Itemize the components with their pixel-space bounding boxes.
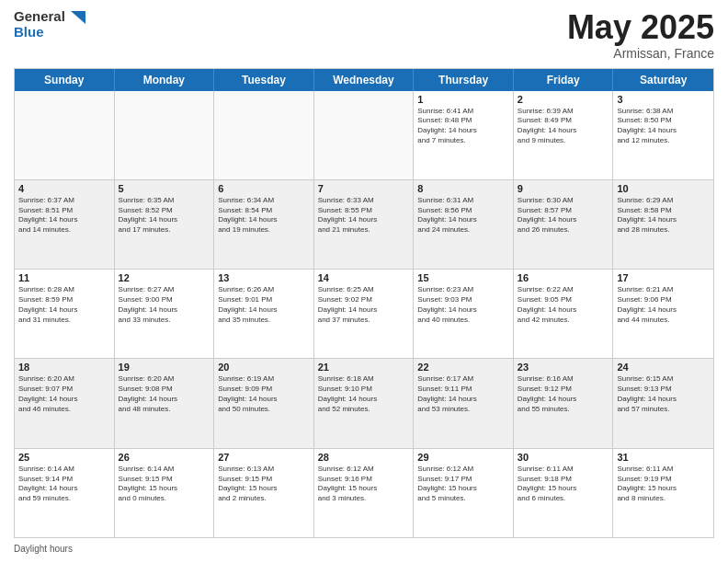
day-info: Sunrise: 6:38 AM Sunset: 8:50 PM Dayligh… <box>617 107 710 146</box>
day-number: 12 <box>119 272 210 283</box>
calendar-cell-5: 5Sunrise: 6:35 AM Sunset: 8:52 PM Daylig… <box>115 180 215 269</box>
day-info: Sunrise: 6:33 AM Sunset: 8:55 PM Dayligh… <box>318 196 410 236</box>
day-number: 16 <box>518 272 609 283</box>
day-info: Sunrise: 6:15 AM Sunset: 9:13 PM Dayligh… <box>617 374 710 414</box>
calendar-cell-16: 16Sunrise: 6:22 AM Sunset: 9:05 PM Dayli… <box>514 270 614 358</box>
calendar-cell-6: 6Sunrise: 6:34 AM Sunset: 8:54 PM Daylig… <box>214 180 314 269</box>
day-number: 8 <box>417 183 509 194</box>
day-number: 20 <box>218 362 310 373</box>
day-info: Sunrise: 6:21 AM Sunset: 9:06 PM Dayligh… <box>617 285 710 325</box>
day-number: 1 <box>417 94 509 105</box>
day-info: Sunrise: 6:14 AM Sunset: 9:15 PM Dayligh… <box>119 465 210 504</box>
day-info: Sunrise: 6:35 AM Sunset: 8:52 PM Dayligh… <box>119 196 210 236</box>
calendar-cell-13: 13Sunrise: 6:26 AM Sunset: 9:01 PM Dayli… <box>214 270 314 358</box>
day-number: 28 <box>318 452 410 463</box>
calendar-cell-27: 27Sunrise: 6:13 AM Sunset: 9:15 PM Dayli… <box>214 449 314 537</box>
day-number: 7 <box>318 183 410 194</box>
day-number: 2 <box>518 94 609 105</box>
calendar-cell-2: 2Sunrise: 6:39 AM Sunset: 8:49 PM Daylig… <box>514 91 614 179</box>
day-number: 21 <box>318 362 410 373</box>
day-number: 15 <box>417 272 509 283</box>
calendar-row-3: 11Sunrise: 6:28 AM Sunset: 8:59 PM Dayli… <box>15 269 713 358</box>
day-number: 19 <box>119 362 210 373</box>
calendar-cell-30: 30Sunrise: 6:11 AM Sunset: 9:18 PM Dayli… <box>514 449 614 537</box>
calendar-header-wednesday: Wednesday <box>314 69 415 91</box>
day-number: 9 <box>518 183 609 194</box>
day-info: Sunrise: 6:34 AM Sunset: 8:54 PM Dayligh… <box>218 196 310 236</box>
calendar-cell-12: 12Sunrise: 6:27 AM Sunset: 9:00 PM Dayli… <box>115 270 215 358</box>
calendar-cell-11: 11Sunrise: 6:28 AM Sunset: 8:59 PM Dayli… <box>15 270 115 358</box>
calendar-cell-14: 14Sunrise: 6:25 AM Sunset: 9:02 PM Dayli… <box>314 270 415 358</box>
calendar-cell-1: 1Sunrise: 6:41 AM Sunset: 8:48 PM Daylig… <box>414 91 514 179</box>
calendar-header-saturday: Saturday <box>613 69 713 91</box>
day-number: 10 <box>617 183 710 194</box>
calendar-cell-empty-3 <box>314 91 415 179</box>
calendar-header-tuesday: Tuesday <box>214 69 314 91</box>
page-header: General Blue May 2025 Armissan, France <box>14 9 714 61</box>
calendar-cell-19: 19Sunrise: 6:20 AM Sunset: 9:08 PM Dayli… <box>115 359 215 447</box>
day-number: 27 <box>218 452 310 463</box>
calendar-cell-21: 21Sunrise: 6:18 AM Sunset: 9:10 PM Dayli… <box>314 359 415 447</box>
day-number: 18 <box>18 362 110 373</box>
calendar-cell-25: 25Sunrise: 6:14 AM Sunset: 9:14 PM Dayli… <box>15 449 115 537</box>
day-info: Sunrise: 6:16 AM Sunset: 9:12 PM Dayligh… <box>518 374 609 414</box>
calendar-header-sunday: Sunday <box>15 69 115 91</box>
day-number: 25 <box>18 452 110 463</box>
calendar-cell-8: 8Sunrise: 6:31 AM Sunset: 8:56 PM Daylig… <box>414 180 514 269</box>
day-info: Sunrise: 6:26 AM Sunset: 9:01 PM Dayligh… <box>218 285 310 325</box>
day-number: 30 <box>518 452 609 463</box>
calendar-body: 1Sunrise: 6:41 AM Sunset: 8:48 PM Daylig… <box>15 91 713 537</box>
day-number: 11 <box>18 272 110 283</box>
calendar-cell-26: 26Sunrise: 6:14 AM Sunset: 9:15 PM Dayli… <box>115 449 215 537</box>
day-info: Sunrise: 6:27 AM Sunset: 9:00 PM Dayligh… <box>119 285 210 325</box>
calendar-cell-9: 9Sunrise: 6:30 AM Sunset: 8:57 PM Daylig… <box>514 180 614 269</box>
day-info: Sunrise: 6:41 AM Sunset: 8:48 PM Dayligh… <box>417 107 509 146</box>
calendar-cell-3: 3Sunrise: 6:38 AM Sunset: 8:50 PM Daylig… <box>613 91 713 179</box>
calendar-cell-24: 24Sunrise: 6:15 AM Sunset: 9:13 PM Dayli… <box>613 359 713 447</box>
calendar-cell-17: 17Sunrise: 6:21 AM Sunset: 9:06 PM Dayli… <box>613 270 713 358</box>
logo-text-blue: Blue <box>14 25 44 40</box>
day-info: Sunrise: 6:31 AM Sunset: 8:56 PM Dayligh… <box>417 196 509 236</box>
svg-marker-0 <box>71 11 85 24</box>
day-info: Sunrise: 6:39 AM Sunset: 8:49 PM Dayligh… <box>518 107 609 146</box>
day-info: Sunrise: 6:19 AM Sunset: 9:09 PM Dayligh… <box>218 374 310 414</box>
logo: General Blue <box>14 9 85 40</box>
day-info: Sunrise: 6:14 AM Sunset: 9:14 PM Dayligh… <box>18 465 110 504</box>
calendar-cell-18: 18Sunrise: 6:20 AM Sunset: 9:07 PM Dayli… <box>15 359 115 447</box>
day-number: 3 <box>617 94 710 105</box>
day-number: 6 <box>218 183 310 194</box>
calendar-header-friday: Friday <box>514 69 614 91</box>
footer: Daylight hours <box>14 544 714 554</box>
day-number: 24 <box>617 362 710 373</box>
day-info: Sunrise: 6:12 AM Sunset: 9:17 PM Dayligh… <box>417 465 509 504</box>
day-info: Sunrise: 6:29 AM Sunset: 8:58 PM Dayligh… <box>617 196 710 236</box>
day-number: 31 <box>617 452 710 463</box>
day-info: Sunrise: 6:13 AM Sunset: 9:15 PM Dayligh… <box>218 465 310 504</box>
day-number: 22 <box>417 362 509 373</box>
day-number: 23 <box>518 362 609 373</box>
day-info: Sunrise: 6:12 AM Sunset: 9:16 PM Dayligh… <box>318 465 410 504</box>
day-info: Sunrise: 6:11 AM Sunset: 9:19 PM Dayligh… <box>617 465 710 504</box>
calendar-cell-10: 10Sunrise: 6:29 AM Sunset: 8:58 PM Dayli… <box>613 180 713 269</box>
calendar-row-2: 4Sunrise: 6:37 AM Sunset: 8:51 PM Daylig… <box>15 179 713 269</box>
day-info: Sunrise: 6:20 AM Sunset: 9:07 PM Dayligh… <box>18 374 110 414</box>
day-info: Sunrise: 6:17 AM Sunset: 9:11 PM Dayligh… <box>417 374 509 414</box>
title-block: May 2025 Armissan, France <box>567 9 714 61</box>
calendar-row-1: 1Sunrise: 6:41 AM Sunset: 8:48 PM Daylig… <box>15 91 713 179</box>
calendar-cell-empty-0 <box>15 91 115 179</box>
calendar-cell-20: 20Sunrise: 6:19 AM Sunset: 9:09 PM Dayli… <box>214 359 314 447</box>
day-info: Sunrise: 6:22 AM Sunset: 9:05 PM Dayligh… <box>518 285 609 325</box>
day-info: Sunrise: 6:23 AM Sunset: 9:03 PM Dayligh… <box>417 285 509 325</box>
day-info: Sunrise: 6:11 AM Sunset: 9:18 PM Dayligh… <box>518 465 609 504</box>
day-info: Sunrise: 6:28 AM Sunset: 8:59 PM Dayligh… <box>18 285 110 325</box>
calendar: SundayMondayTuesdayWednesdayThursdayFrid… <box>14 68 714 538</box>
logo-text-general: General <box>14 9 85 25</box>
day-info: Sunrise: 6:37 AM Sunset: 8:51 PM Dayligh… <box>18 196 110 236</box>
calendar-cell-22: 22Sunrise: 6:17 AM Sunset: 9:11 PM Dayli… <box>414 359 514 447</box>
calendar-row-4: 18Sunrise: 6:20 AM Sunset: 9:07 PM Dayli… <box>15 358 713 447</box>
day-number: 14 <box>318 272 410 283</box>
calendar-cell-15: 15Sunrise: 6:23 AM Sunset: 9:03 PM Dayli… <box>414 270 514 358</box>
page-title: May 2025 <box>567 9 714 46</box>
calendar-header: SundayMondayTuesdayWednesdayThursdayFrid… <box>15 69 713 91</box>
day-number: 26 <box>119 452 210 463</box>
